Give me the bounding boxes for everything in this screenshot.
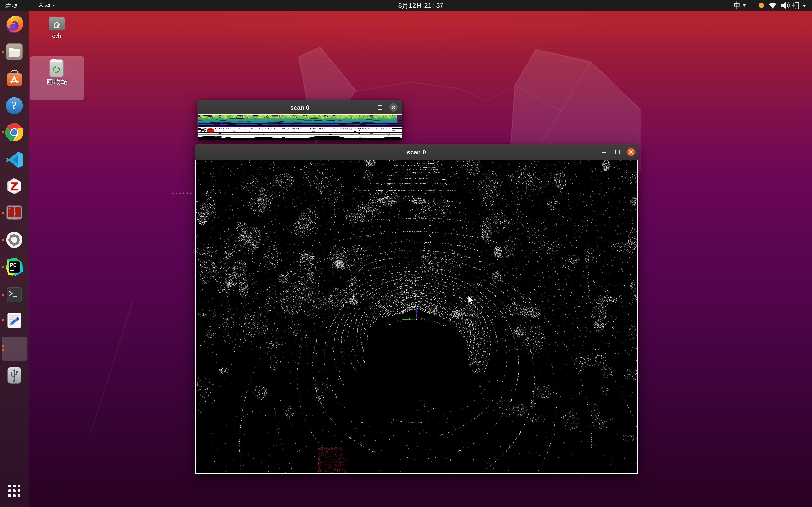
svg-text:>: > <box>15 207 16 210</box>
svg-text:PC: PC <box>10 262 17 268</box>
svg-text:>: > <box>8 212 10 215</box>
svg-text:?: ? <box>11 99 17 112</box>
svg-text:>: > <box>8 207 10 210</box>
svg-text:>: > <box>15 212 16 215</box>
